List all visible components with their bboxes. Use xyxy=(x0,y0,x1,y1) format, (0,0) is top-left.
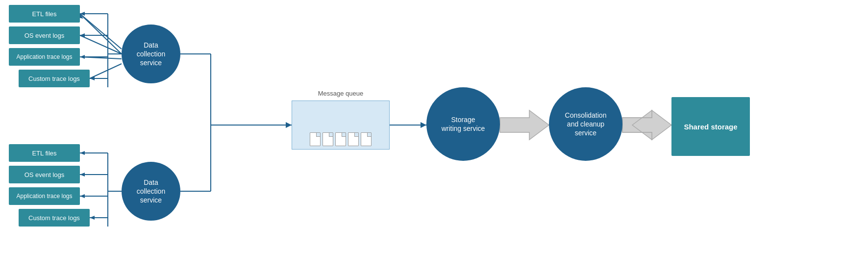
svg-marker-12 xyxy=(80,55,85,59)
svg-line-2 xyxy=(80,14,122,49)
os-event-logs-bottom: OS event logs xyxy=(9,166,80,183)
storage-writing-service: Storage writing service xyxy=(426,87,500,161)
svg-marker-24 xyxy=(90,216,95,220)
svg-marker-34 xyxy=(622,110,671,140)
etl-files-bottom: ETL files xyxy=(9,144,80,162)
os-event-logs-top: OS event logs xyxy=(9,26,80,44)
architecture-diagram: { "title": "Data Collection Architecture… xyxy=(0,0,868,253)
doc-icon-3 xyxy=(335,132,346,146)
svg-marker-18 xyxy=(80,151,85,155)
doc-icon-2 xyxy=(322,132,333,146)
svg-marker-35 xyxy=(622,110,652,140)
svg-marker-10 xyxy=(80,33,85,37)
svg-marker-22 xyxy=(80,194,85,198)
svg-marker-20 xyxy=(80,173,85,177)
doc-icon-1 xyxy=(310,132,321,146)
doc-icon-5 xyxy=(361,132,372,146)
svg-marker-8 xyxy=(80,12,85,16)
message-queue-box xyxy=(292,101,390,150)
svg-line-3 xyxy=(80,35,122,54)
svg-line-5 xyxy=(90,64,122,78)
custom-trace-logs-bottom: Custom trace logs xyxy=(19,209,90,227)
consolidation-cleanup-service: Consolidation and cleanup service xyxy=(549,87,622,161)
custom-trace-logs-top: Custom trace logs xyxy=(19,70,90,87)
app-trace-logs-top: Application trace logs xyxy=(9,48,80,66)
data-collection-service-top: Data collection service xyxy=(122,25,180,83)
svg-marker-32 xyxy=(421,122,426,128)
etl-files-top: ETL files xyxy=(9,5,80,23)
app-trace-logs-bottom: Application trace logs xyxy=(9,187,80,205)
svg-marker-33 xyxy=(500,110,549,140)
svg-marker-30 xyxy=(286,122,292,128)
svg-line-0 xyxy=(80,14,122,54)
svg-line-4 xyxy=(80,57,122,59)
message-queue-label: Message queue xyxy=(292,90,390,97)
data-collection-service-bottom: Data collection service xyxy=(122,162,180,221)
shared-storage: Shared storage xyxy=(671,97,750,156)
document-icons xyxy=(310,132,372,146)
svg-marker-14 xyxy=(90,76,95,80)
doc-icon-4 xyxy=(348,132,359,146)
